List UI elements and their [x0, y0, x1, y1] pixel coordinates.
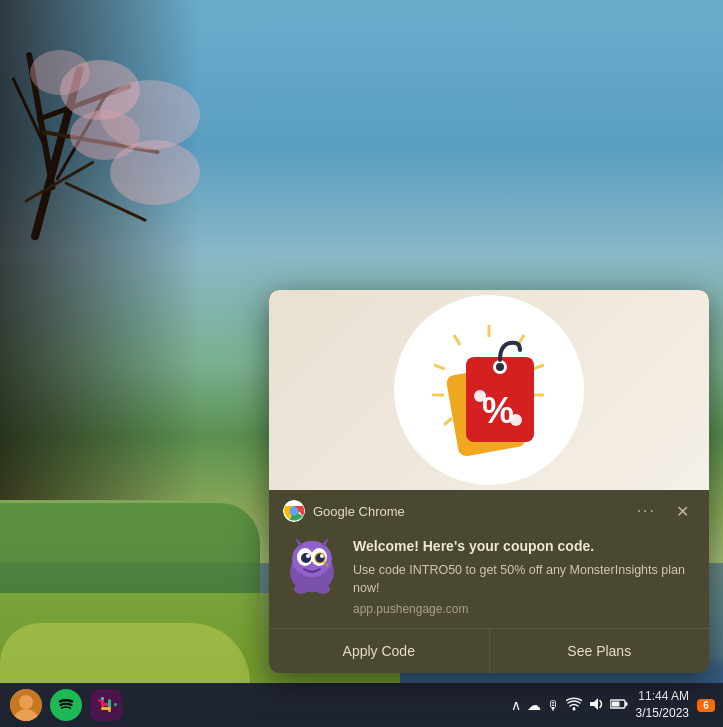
- notif-header-right: ··· ✕: [631, 500, 695, 523]
- svg-point-27: [301, 553, 311, 563]
- notification-body: Welcome! Here's your coupon code. Use co…: [269, 529, 709, 628]
- system-tray: ∧ ☁ 🎙: [511, 697, 628, 714]
- slack-taskbar-icon[interactable]: [88, 687, 124, 723]
- wifi-icon[interactable]: [566, 697, 582, 714]
- svg-marker-23: [295, 537, 303, 547]
- slack-icon: [90, 689, 122, 721]
- onedrive-icon[interactable]: ☁: [527, 697, 541, 713]
- svg-point-38: [52, 691, 80, 719]
- notif-header-left: Google Chrome: [283, 500, 405, 522]
- svg-point-48: [572, 707, 575, 710]
- mascot-icon: [283, 537, 341, 595]
- svg-rect-46: [98, 699, 101, 702]
- show-hidden-icons-button[interactable]: ∧: [511, 697, 521, 713]
- notification-title: Welcome! Here's your coupon code.: [353, 537, 695, 557]
- notif-app-name: Google Chrome: [313, 504, 405, 519]
- see-plans-button[interactable]: See Plans: [490, 629, 710, 673]
- svg-rect-42: [101, 697, 104, 700]
- microphone-icon[interactable]: 🎙: [547, 698, 560, 713]
- svg-rect-52: [611, 702, 619, 707]
- svg-point-36: [19, 695, 33, 709]
- spotify-icon: [50, 689, 82, 721]
- notif-menu-button[interactable]: ···: [631, 500, 662, 522]
- apply-code-button[interactable]: Apply Code: [269, 629, 490, 673]
- svg-rect-51: [625, 702, 627, 706]
- svg-rect-45: [114, 703, 117, 706]
- spotify-taskbar-icon[interactable]: [48, 687, 84, 723]
- svg-point-20: [291, 508, 298, 515]
- discount-tag-svg: %: [414, 315, 564, 465]
- notif-close-button[interactable]: ✕: [670, 500, 695, 523]
- svg-point-15: [510, 414, 522, 426]
- taskbar-left: [8, 687, 124, 723]
- notification-message: Use code INTRO50 to get 50% off any Mons…: [353, 561, 695, 599]
- taskbar-right: ∧ ☁ 🎙: [511, 688, 715, 722]
- profile-taskbar-icon[interactable]: [8, 687, 44, 723]
- notification-hero: %: [269, 290, 709, 490]
- svg-point-33: [294, 584, 308, 594]
- chrome-icon: [283, 500, 305, 522]
- notification-text-block: Welcome! Here's your coupon code. Use co…: [353, 537, 695, 616]
- svg-marker-49: [590, 698, 598, 710]
- svg-marker-24: [321, 537, 329, 547]
- volume-icon[interactable]: [588, 697, 604, 714]
- notification-count-badge[interactable]: 6: [697, 699, 715, 712]
- avatar-icon: [10, 689, 42, 721]
- notification-header: Google Chrome ··· ✕: [269, 490, 709, 529]
- taskbar: ∧ ☁ 🎙: [0, 683, 723, 727]
- svg-rect-47: [108, 709, 111, 712]
- svg-point-12: [496, 363, 504, 371]
- clock-date: 3/15/2023: [636, 705, 689, 722]
- svg-point-34: [316, 584, 330, 594]
- svg-line-7: [444, 418, 452, 425]
- svg-point-14: [474, 390, 486, 402]
- battery-icon[interactable]: [610, 697, 628, 713]
- hero-circle: %: [394, 295, 584, 485]
- svg-text:%: %: [482, 390, 514, 431]
- svg-line-2: [533, 365, 544, 369]
- svg-point-29: [306, 554, 310, 558]
- clock-time: 11:44 AM: [636, 688, 689, 705]
- notification-url: app.pushengage.com: [353, 602, 695, 616]
- svg-line-5: [434, 365, 445, 369]
- notification-popup: % Google Chrome ··· ✕: [269, 290, 709, 673]
- notification-actions: Apply Code See Plans: [269, 628, 709, 673]
- system-clock[interactable]: 11:44 AM 3/15/2023: [636, 688, 689, 722]
- svg-line-4: [454, 335, 460, 345]
